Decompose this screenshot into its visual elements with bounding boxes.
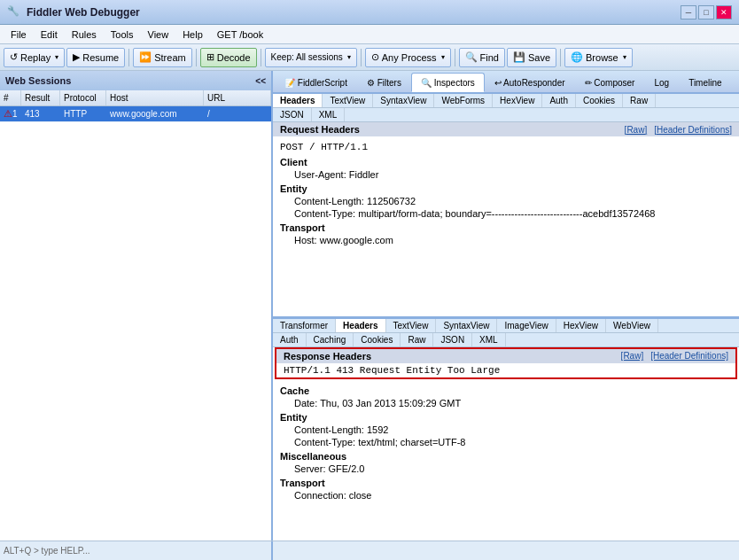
sessions-table: # Result Protocol Host URL ⚠1 413 HTTP w…: [0, 90, 271, 541]
resp-tab-auth[interactable]: Auth: [273, 333, 307, 346]
menu-tools[interactable]: Tools: [104, 27, 141, 42]
response-tabs-row2: Auth Caching Cookies Raw JSON XML: [273, 333, 739, 347]
web-sessions-header: Web Sessions <<: [0, 71, 271, 90]
resp-raw-link[interactable]: [Raw]: [621, 351, 644, 361]
sessions-header: # Result Protocol Host URL: [0, 90, 271, 106]
resp-tab-raw[interactable]: Raw: [401, 333, 433, 346]
table-row[interactable]: ⚠1 413 HTTP www.google.com /: [0, 106, 271, 122]
request-tabs-row2: JSON XML: [273, 108, 739, 122]
req-tab-xml[interactable]: XML: [312, 108, 346, 121]
replay-icon: ↺: [10, 51, 18, 63]
req-tab-hexview[interactable]: HexView: [493, 94, 542, 107]
decode-button[interactable]: ⊞ Decode: [200, 48, 257, 67]
resp-header-server: Server: GFE/2.0: [280, 463, 732, 475]
resp-tab-textview[interactable]: TextView: [386, 319, 437, 332]
resp-tab-syntaxview[interactable]: SyntaxView: [436, 319, 497, 332]
resp-tab-imageview[interactable]: ImageView: [497, 319, 556, 332]
toolbar: ↺ Replay ▾ ▶ Resume ⏩ Stream ⊞ Decode Ke…: [0, 44, 739, 71]
col-url-header: URL: [204, 90, 271, 105]
menu-help[interactable]: Help: [175, 27, 210, 42]
tab-fiddlerscript[interactable]: 📝 FiddlerScript: [275, 73, 357, 92]
keep-dropdown-arrow: ▾: [347, 53, 351, 61]
tab-timeline[interactable]: Timeline: [679, 73, 731, 92]
decode-icon: ⊞: [206, 51, 214, 63]
maximize-button[interactable]: □: [698, 5, 714, 19]
tab-inspectors[interactable]: 🔍 Inspectors: [411, 73, 485, 92]
resp-tab-json[interactable]: JSON: [433, 333, 472, 346]
collapse-button[interactable]: <<: [255, 76, 266, 86]
menu-rules[interactable]: Rules: [65, 27, 104, 42]
process-button[interactable]: ⊙ Any Process ▾: [365, 48, 451, 67]
find-button[interactable]: 🔍 Find: [459, 48, 505, 67]
resume-icon: ▶: [73, 51, 80, 63]
req-group-transport: Transport: [280, 220, 732, 234]
resp-tab-transformer[interactable]: Transformer: [273, 319, 336, 332]
right-panel: 📝 FiddlerScript ⚙ Filters 🔍 Inspectors ↩…: [273, 71, 739, 541]
process-dropdown-arrow: ▾: [441, 53, 445, 61]
resp-header-date: Date: Thu, 03 Jan 2013 15:09:29 GMT: [280, 397, 732, 409]
request-protocol-line: POST / HTTP/1.1: [280, 140, 732, 154]
save-icon: 💾: [513, 51, 525, 63]
resp-group-transport: Transport: [280, 475, 732, 489]
req-group-client: Client: [280, 154, 732, 168]
resp-tab-hexview[interactable]: HexView: [556, 319, 606, 332]
col-hash-header: #: [0, 90, 21, 105]
menu-edit[interactable]: Edit: [34, 27, 65, 42]
request-headers-title: Request Headers [Raw] [Header Definition…: [273, 122, 739, 136]
resp-group-cache: Cache: [280, 383, 732, 397]
menu-file[interactable]: File: [4, 27, 34, 42]
menu-get-book[interactable]: GET /book: [210, 27, 270, 42]
header-def-link[interactable]: [Header Definitions]: [654, 125, 732, 135]
req-tab-raw[interactable]: Raw: [623, 94, 656, 107]
resp-header-contentlength: Content-Length: 1592: [280, 424, 732, 436]
replay-dropdown-arrow[interactable]: ▾: [55, 53, 58, 61]
warning-icon: ⚠: [4, 108, 12, 119]
menu-bar: File Edit Rules Tools View Help GET /boo…: [0, 25, 739, 44]
process-icon: ⊙: [371, 51, 379, 63]
request-section: Headers TextView SyntaxView WebForms Hex…: [273, 94, 739, 319]
save-button[interactable]: 💾 Save: [507, 48, 556, 67]
tab-log[interactable]: Log: [644, 73, 679, 92]
req-tab-textview[interactable]: TextView: [323, 94, 373, 107]
tab-composer[interactable]: ✏ Composer: [575, 73, 645, 92]
req-tab-syntaxview[interactable]: SyntaxView: [373, 94, 434, 107]
resp-tab-cookies[interactable]: Cookies: [354, 333, 401, 346]
col-result-header: Result: [21, 90, 60, 105]
command-input-area: ALT+Q > type HELP...: [0, 541, 273, 560]
col-protocol-header: Protocol: [60, 90, 106, 105]
resume-button[interactable]: ▶ Resume: [66, 48, 125, 67]
resp-tab-headers[interactable]: Headers: [336, 319, 385, 332]
tab-autoresponder[interactable]: ↩ AutoResponder: [485, 73, 575, 92]
resp-group-misc: Miscellaneous: [280, 448, 732, 463]
replay-button[interactable]: ↺ Replay ▾: [4, 48, 65, 67]
resp-tab-webview[interactable]: WebView: [606, 319, 658, 332]
command-prompt[interactable]: ALT+Q > type HELP...: [4, 546, 89, 556]
minimize-button[interactable]: ─: [681, 5, 696, 19]
title-bar: 🔧 Fiddler Web Debugger ─ □ ✕: [0, 0, 739, 25]
resp-header-connection: Connection: close: [280, 489, 732, 502]
browse-button[interactable]: 🌐 Browse ▾: [564, 48, 633, 67]
resp-group-entity: Entity: [280, 409, 732, 424]
req-tab-json[interactable]: JSON: [273, 108, 312, 121]
app-icon: 🔧: [7, 5, 21, 19]
browse-dropdown-arrow: ▾: [623, 53, 626, 61]
resp-tab-xml[interactable]: XML: [472, 333, 506, 346]
resp-tab-caching[interactable]: Caching: [307, 333, 354, 346]
keep-button[interactable]: Keep: All sessions ▾: [265, 48, 357, 67]
close-button[interactable]: ✕: [716, 5, 732, 19]
resp-def-link[interactable]: [Header Definitions]: [650, 351, 728, 361]
response-content: Cache Date: Thu, 03 Jan 2013 15:09:29 GM…: [273, 379, 739, 505]
command-right: [273, 541, 739, 560]
find-icon: 🔍: [465, 51, 478, 63]
raw-link[interactable]: [Raw]: [625, 125, 648, 135]
tab-filters[interactable]: ⚙ Filters: [357, 73, 411, 92]
req-tab-headers[interactable]: Headers: [273, 94, 323, 107]
toolbar-separator-4: [361, 49, 362, 66]
stream-button[interactable]: ⏩ Stream: [133, 48, 191, 67]
menu-view[interactable]: View: [141, 27, 176, 42]
req-tab-cookies[interactable]: Cookies: [576, 94, 623, 107]
req-tab-auth[interactable]: Auth: [542, 94, 576, 107]
toolbar-separator-6: [560, 49, 561, 66]
req-tab-webforms[interactable]: WebForms: [434, 94, 493, 107]
browse-icon: 🌐: [571, 51, 583, 63]
